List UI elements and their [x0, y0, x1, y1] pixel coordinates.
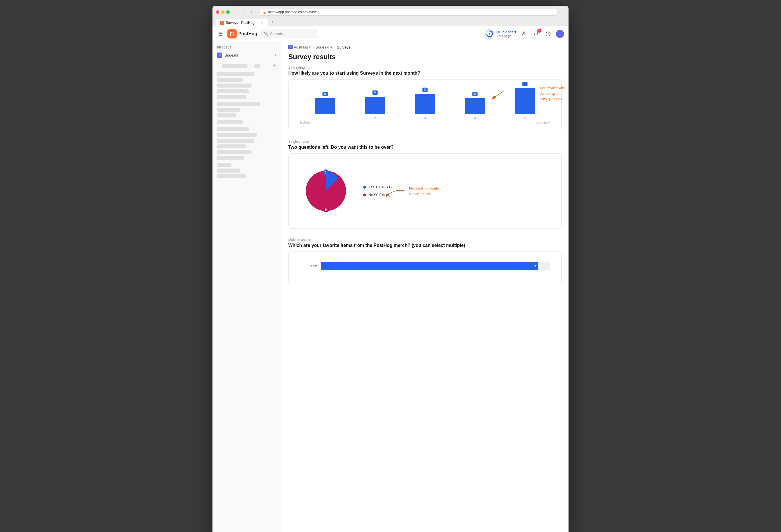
bar-5: 1	[515, 88, 535, 114]
pie-yes-label-text: 1	[325, 171, 327, 174]
bar-tooltip-5: 1	[522, 82, 528, 86]
notifications-badge: 0	[537, 29, 541, 33]
annotation-text-2: Pie charts for singlechoice options	[409, 186, 439, 197]
sidebar-section-label: PROJECT	[212, 45, 281, 51]
minimize-button[interactable]	[221, 10, 224, 14]
sidebar-skeleton-item	[217, 168, 240, 172]
project-name: Squeak!	[224, 53, 238, 57]
legend-no-pct: 90.0%	[374, 193, 385, 197]
sidebar-skeleton-item	[217, 108, 240, 112]
svg-rect-1	[233, 36, 234, 36]
url-text: https://app.posthog.com/surveys	[268, 10, 318, 14]
new-tab-button[interactable]: +	[268, 18, 277, 27]
posthog-logo[interactable]: PostHog	[228, 29, 257, 38]
sidebar-skeleton-item	[217, 84, 251, 88]
breadcrumb-separator-1: ›	[313, 45, 314, 49]
plus-icon	[273, 64, 277, 68]
chart-wrapper-1: 8 1 9	[288, 79, 562, 130]
bar-chart-container: 8 1 9	[288, 79, 562, 130]
address-bar[interactable]: 🔒 https://app.posthog.com/surveys	[259, 9, 557, 15]
quick-start-title: Quick Start	[496, 30, 516, 34]
toolbar-button[interactable]	[520, 30, 528, 38]
bar-chart-annotation: See breakdownsfor ratings orNPS question…	[540, 85, 565, 102]
sidebar-skeleton-item	[217, 139, 254, 143]
maximize-button[interactable]	[226, 10, 230, 14]
app-header: ☰ PostHog 🔍 Search... 1	[212, 27, 569, 41]
logo-text: PostHog	[238, 31, 257, 36]
tabs-bar: Surveys - PostHog ✕ +	[216, 18, 565, 27]
bar-label-5: 5	[524, 116, 526, 120]
h-bar-chart: T-shirt 9	[294, 257, 556, 277]
svg-rect-0	[228, 29, 237, 38]
bar-tooltip-2: 9	[372, 90, 378, 95]
sidebar-skeleton-item	[217, 72, 254, 76]
breadcrumb-project-avatar: P	[288, 45, 293, 49]
refresh-button[interactable]: ↻	[249, 9, 255, 15]
sidebar-item-label: r	[246, 121, 247, 124]
user-avatar-button[interactable]	[556, 30, 564, 38]
section-type-label-2: Single choice	[288, 139, 562, 144]
h-bar-fill-tshirt: 9	[321, 262, 538, 270]
sidebar-toggle-button[interactable]: ☰	[217, 30, 224, 38]
bar-label-3: 3	[424, 116, 426, 120]
bar-tooltip-4: 8	[472, 92, 478, 96]
bar-group-2: 9 2	[350, 85, 400, 120]
search-placeholder: Search...	[270, 32, 285, 36]
bar-3: 8	[415, 94, 435, 114]
quick-start-button[interactable]: 1 Quick Start 1 still to go	[485, 29, 516, 38]
annotation-arrow-1	[490, 88, 507, 102]
browser-window: ‹ › ↻ 🔒 https://app.posthog.com/surveys …	[212, 6, 569, 532]
notifications-button[interactable]: 0	[532, 30, 540, 38]
bar-4: 8	[465, 98, 485, 114]
bar-1: 8	[315, 98, 335, 114]
annotation-text-1: See breakdownsfor ratings orNPS question…	[540, 85, 565, 102]
quick-start-progress-circle: 1	[485, 29, 494, 38]
search-bar[interactable]: 🔍 Search...	[261, 30, 318, 38]
sidebar-skeleton-item	[217, 127, 249, 131]
more-options-button[interactable]: ⋮	[559, 9, 565, 15]
app-layout: PROJECT P Squeak! ▾	[212, 41, 569, 532]
h-bar-count-tshirt: 9	[534, 264, 536, 268]
sidebar-skeleton-item	[217, 163, 232, 167]
pie-chart-container: 1 9 Yes 10.0% (1)	[288, 153, 562, 229]
section-question-3: Which are your favorite items from the P…	[288, 243, 562, 248]
breadcrumb-posthog[interactable]: P PostHog ▾	[288, 45, 311, 49]
svg-point-2	[487, 31, 492, 37]
breadcrumb-posthog-label: PostHog	[294, 45, 308, 49]
help-button[interactable]	[544, 30, 552, 38]
tab-close-button[interactable]: ✕	[261, 21, 263, 25]
active-tab[interactable]: Surveys - PostHog ✕	[216, 19, 268, 27]
browser-navigation: ‹ › ↻	[234, 9, 255, 15]
sidebar-add-button[interactable]	[273, 64, 277, 69]
sidebar-skeleton-item	[217, 156, 244, 160]
breadcrumb-posthog-chevron: ▾	[309, 45, 311, 49]
breadcrumb-workspace-chevron: ▾	[330, 45, 332, 49]
project-chevron-icon: ▾	[275, 53, 277, 57]
sidebar-skeleton-item	[254, 64, 260, 68]
breadcrumb-current: Surveys	[337, 45, 350, 49]
legend-dot-no	[363, 194, 366, 196]
back-button[interactable]: ‹	[234, 9, 240, 15]
progress-ring: 1	[486, 30, 493, 38]
project-selector[interactable]: P Squeak! ▾	[212, 51, 281, 59]
chart-wrapper-2: 1 9 Yes 10.0% (1)	[288, 153, 562, 229]
header-actions: 1 Quick Start 1 still to go 0	[485, 29, 564, 38]
chart-axis-labels: Unlikely Very likely	[294, 120, 556, 124]
bar-group-3: 8 3	[400, 85, 450, 120]
section-single-choice: Single choice Two questions left. Do you…	[281, 139, 569, 238]
h-bar-track-tshirt: 9	[321, 262, 550, 270]
search-icon: 🔍	[264, 32, 269, 36]
breadcrumb-workspace[interactable]: Squeak! ▾	[316, 45, 332, 49]
forward-button[interactable]: ›	[242, 9, 248, 15]
sidebar: PROJECT P Squeak! ▾	[212, 41, 281, 532]
bar-2: 9	[365, 97, 385, 114]
bar-label-1: 1	[324, 116, 326, 120]
breadcrumb-workspace-label: Squeak!	[316, 45, 329, 49]
h-bar-chart-container: T-shirt 9	[288, 251, 562, 283]
section-question-2: Two questions left. Do you want this to …	[288, 145, 562, 150]
close-button[interactable]	[216, 10, 219, 14]
h-bar-row-tshirt: T-shirt 9	[300, 262, 550, 270]
browser-chrome: ‹ › ↻ 🔒 https://app.posthog.com/surveys …	[212, 6, 569, 27]
annotation-arrow-2	[386, 186, 409, 203]
bar-group-1: 8 1	[300, 85, 350, 120]
